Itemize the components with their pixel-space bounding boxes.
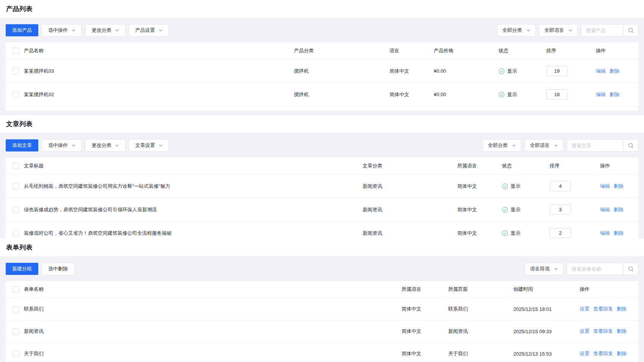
col-actions: 操作	[600, 162, 638, 169]
row-checkbox[interactable]	[13, 351, 19, 357]
delete-link[interactable]: 删除	[610, 91, 619, 98]
sort-input[interactable]	[550, 228, 571, 238]
status-label: 显示	[507, 68, 517, 75]
add-product-button[interactable]: 添加产品	[6, 24, 38, 36]
col-language: 语言	[389, 47, 434, 54]
row-checkbox[interactable]	[13, 230, 19, 236]
table-row: 新闻资讯 简体中文 新闻资讯 2025/12/15 09:33 设置 查看回复 …	[6, 320, 638, 343]
form-language: 简体中文	[402, 350, 448, 357]
status-badge: 显示	[499, 91, 546, 98]
sort-input[interactable]	[546, 89, 567, 100]
edit-link[interactable]: 编辑	[600, 183, 610, 190]
new-group-button[interactable]: 新建分组	[6, 263, 38, 275]
edit-link[interactable]: 编辑	[596, 91, 606, 98]
article-table: 文章标题 文章分类 所属语言 状态 排序 操作 从毛坯到精装，鼎筑空间建筑装修公…	[6, 158, 638, 239]
status-ok-icon	[502, 183, 508, 189]
change-category-label: 更改分类	[92, 142, 111, 149]
settings-link[interactable]: 设置	[580, 350, 589, 357]
delete-link[interactable]: 删除	[614, 230, 624, 237]
chevron-down-icon	[554, 144, 558, 147]
status-badge: 显示	[502, 206, 550, 213]
delete-link[interactable]: 删除	[617, 328, 627, 335]
product-table: 产品名称 产品分类 语言 产品价格 状态 排序 操作 某某搅拌机03 搅拌机 简…	[6, 42, 638, 111]
chevron-down-icon	[115, 144, 119, 147]
row-checkbox[interactable]	[13, 306, 19, 312]
selected-actions-label: 选中操作	[48, 27, 68, 34]
product-settings-button[interactable]: 产品设置	[129, 24, 169, 36]
selected-actions-button[interactable]: 选中操作	[42, 139, 82, 151]
sort-input[interactable]	[550, 204, 571, 215]
language-filter-select[interactable]: 全部语言	[525, 139, 563, 151]
delete-link[interactable]: 删除	[614, 206, 624, 213]
select-all-checkbox[interactable]	[13, 286, 19, 293]
article-language: 简体中文	[457, 230, 502, 237]
table-row: 关于我们 简体中文 关于我们 2025/12/13 15:53 设置 查看回复 …	[6, 343, 638, 362]
article-section-header: 文章列表	[0, 115, 644, 133]
sort-input[interactable]	[546, 66, 567, 76]
language-filter-label: 语言筛选	[530, 265, 550, 272]
form-search-input[interactable]	[567, 263, 624, 275]
delete-link[interactable]: 删除	[610, 68, 619, 75]
col-article-category: 文章分类	[363, 162, 457, 169]
row-checkbox[interactable]	[13, 206, 19, 213]
change-category-button[interactable]: 更改分类	[85, 24, 125, 36]
settings-link[interactable]: 设置	[580, 306, 589, 312]
language-filter-select[interactable]: 语言筛选	[525, 263, 563, 275]
form-page: 关于我们	[448, 350, 513, 357]
form-created-time: 2025/12/15 09:33	[513, 329, 580, 334]
product-category: 搅拌机	[294, 68, 389, 75]
select-all-checkbox[interactable]	[13, 48, 19, 54]
change-category-button[interactable]: 更改分类	[85, 139, 125, 151]
category-filter-select[interactable]: 全部分类	[497, 24, 536, 36]
row-checkbox[interactable]	[13, 183, 19, 189]
delete-selected-button[interactable]: 选中删除	[42, 263, 74, 275]
row-checkbox[interactable]	[13, 91, 19, 98]
chevron-down-icon	[159, 29, 163, 31]
form-table-header: 表单名称 所属语言 所属页面 创建时间 操作	[6, 281, 638, 298]
status-label: 显示	[511, 230, 521, 237]
select-all-checkbox[interactable]	[13, 163, 19, 169]
article-settings-button[interactable]: 文章设置	[129, 139, 169, 151]
view-replies-link[interactable]: 查看回复	[593, 328, 613, 335]
selected-actions-button[interactable]: 选中操作	[42, 24, 82, 36]
col-actions: 操作	[596, 47, 638, 54]
row-checkbox[interactable]	[13, 328, 19, 335]
col-created: 创建时间	[513, 286, 580, 293]
edit-link[interactable]: 编辑	[596, 68, 606, 75]
chevron-down-icon	[527, 29, 530, 31]
product-settings-label: 产品设置	[135, 27, 155, 34]
chevron-down-icon	[512, 144, 516, 147]
product-price: ¥0.00	[434, 92, 499, 97]
settings-link[interactable]: 设置	[580, 328, 589, 335]
row-checkbox[interactable]	[13, 68, 19, 74]
table-row: 绿色装修成趋势，鼎筑空间建筑装修公司引领环保人居新潮流 新闻资讯 简体中文 显示…	[6, 198, 638, 222]
col-price: 产品价格	[434, 47, 499, 54]
status-badge: 显示	[499, 68, 546, 75]
col-sort: 排序	[550, 162, 600, 169]
category-filter-label: 全部分类	[502, 27, 522, 34]
delete-link[interactable]: 删除	[617, 306, 627, 312]
edit-link[interactable]: 编辑	[600, 206, 610, 213]
product-search-input[interactable]	[581, 24, 624, 36]
article-toolbar: 添加文章 选中操作 更改分类 文章设置 全部分类 全部语言	[6, 139, 638, 151]
add-article-button[interactable]: 添加文章	[6, 139, 38, 151]
delete-link[interactable]: 删除	[617, 350, 627, 357]
table-row: 从毛坯到精装，鼎筑空间建筑装修公司用实力诠释"一站式装修"魅力 新闻资讯 简体中…	[6, 175, 638, 198]
search-icon[interactable]	[623, 139, 638, 151]
delete-link[interactable]: 删除	[614, 183, 624, 190]
view-replies-link[interactable]: 查看回复	[593, 350, 613, 357]
article-search-input[interactable]	[567, 139, 624, 151]
col-article-title: 文章标题	[24, 162, 363, 169]
edit-link[interactable]: 编辑	[600, 230, 610, 237]
view-replies-link[interactable]: 查看回复	[593, 306, 613, 312]
language-filter-select[interactable]: 全部语言	[539, 24, 578, 36]
category-filter-label: 全部分类	[488, 142, 508, 149]
sort-input[interactable]	[550, 181, 571, 191]
category-filter-select[interactable]: 全部分类	[483, 139, 521, 151]
col-status: 状态	[499, 47, 546, 54]
search-icon[interactable]	[623, 263, 638, 275]
form-name: 关于我们	[24, 350, 402, 357]
search-icon[interactable]	[623, 24, 638, 36]
status-label: 显示	[511, 206, 521, 213]
form-section-header: 表单列表	[0, 239, 644, 257]
